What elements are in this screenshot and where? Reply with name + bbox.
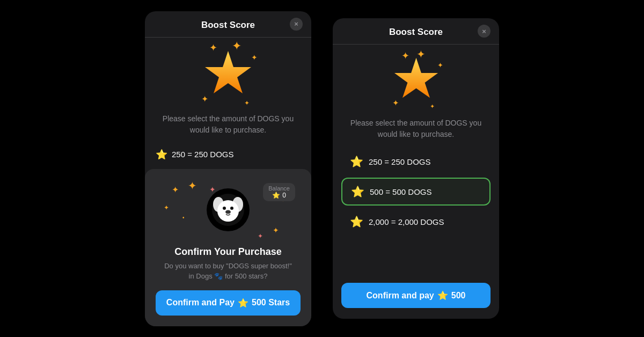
right-modal-title: Boost Score bbox=[389, 27, 443, 38]
left-star-sparkles: ✦ ✦ ✦ ✦ ✦ bbox=[204, 48, 252, 104]
left-balance-badge: Balance ⭐ 0 bbox=[263, 183, 295, 201]
right-option-3[interactable]: ⭐ 2,000 = 2,000 DOGS bbox=[341, 209, 491, 235]
right-opt1-label: 250 = 250 DOGS bbox=[369, 157, 431, 166]
right-opt2-label: 500 = 500 DOGS bbox=[370, 187, 432, 196]
balance-star: ⭐ bbox=[272, 192, 280, 199]
left-balance-value: ⭐ 0 bbox=[272, 192, 286, 199]
right-confirm-btn-star: ⭐ bbox=[437, 290, 448, 301]
dog-face-svg bbox=[212, 194, 244, 226]
left-confirm-title: Confirm Your Purchase bbox=[174, 246, 281, 258]
left-option1-label: 250 = 250 DOGS bbox=[172, 150, 234, 159]
right-option-2[interactable]: ⭐ 500 = 500 DOGS bbox=[341, 178, 491, 206]
right-confirm-btn-label: Confirm and pay bbox=[367, 291, 434, 301]
left-confirm-btn-value: 500 Stars bbox=[252, 298, 290, 307]
star-svg bbox=[204, 48, 252, 97]
svg-point-7 bbox=[225, 210, 231, 214]
left-description: Please select the amount of DOGS you wou… bbox=[145, 109, 311, 144]
svg-point-5 bbox=[223, 207, 226, 210]
left-dog-container: ✦ ✦ ✦ ✦ • ✦ ✦ ✦ bbox=[156, 178, 301, 242]
left-modal-title: Boost Score bbox=[201, 20, 255, 31]
right-close-button[interactable]: × bbox=[478, 25, 491, 38]
left-confirm-btn-label: Confirm and Pay bbox=[166, 298, 235, 307]
left-close-button[interactable]: × bbox=[290, 18, 303, 31]
right-modal: Boost Score × ✦ ✦ ✦ ✦ ✦ Please select t bbox=[333, 18, 499, 319]
left-confirm-desc: Do you want to buy "DOGS super boost!" i… bbox=[164, 261, 292, 282]
right-opt3-star: ⭐ bbox=[350, 215, 363, 228]
right-star-sparkles: ✦ ✦ ✦ ✦ ✦ bbox=[393, 55, 439, 108]
right-option-1[interactable]: ⭐ 250 = 250 DOGS bbox=[341, 149, 491, 174]
svg-marker-0 bbox=[205, 51, 251, 93]
right-close-icon: × bbox=[482, 27, 486, 35]
left-balance-label: Balance bbox=[268, 185, 290, 192]
right-description: Please select the amount of DOGS you wou… bbox=[333, 113, 499, 149]
left-close-icon: × bbox=[294, 20, 298, 28]
left-confirm-overlay: ✦ ✦ ✦ ✦ • ✦ ✦ ✦ bbox=[145, 169, 311, 326]
right-modal-header: Boost Score × bbox=[333, 18, 499, 45]
left-star-hero: ✦ ✦ ✦ ✦ ✦ bbox=[204, 48, 252, 104]
right-confirm-btn-value: 500 bbox=[451, 291, 466, 301]
right-opt3-label: 2,000 = 2,000 DOGS bbox=[369, 217, 444, 226]
left-option-1[interactable]: ⭐ 250 = 250 DOGS bbox=[145, 144, 311, 165]
left-modal: Boost Score × ✦ ✦ ✦ ✦ ✦ Please s bbox=[145, 11, 311, 326]
right-opt1-star: ⭐ bbox=[350, 155, 363, 168]
right-confirm-button[interactable]: Confirm and pay ⭐ 500 bbox=[341, 283, 491, 308]
svg-marker-8 bbox=[394, 58, 437, 98]
svg-point-6 bbox=[230, 207, 233, 210]
right-opt2-star: ⭐ bbox=[351, 185, 364, 198]
right-star-svg bbox=[393, 55, 439, 101]
left-modal-header: Boost Score × bbox=[145, 11, 311, 38]
left-option1-star: ⭐ bbox=[156, 149, 167, 160]
left-confirm-button[interactable]: Confirm and Pay ⭐ 500 Stars bbox=[156, 290, 301, 316]
right-button-area: Confirm and pay ⭐ 500 bbox=[333, 266, 499, 319]
left-confirm-btn-star: ⭐ bbox=[238, 298, 248, 308]
left-dog-avatar bbox=[207, 188, 250, 231]
right-star-hero: ✦ ✦ ✦ ✦ ✦ bbox=[393, 55, 439, 108]
